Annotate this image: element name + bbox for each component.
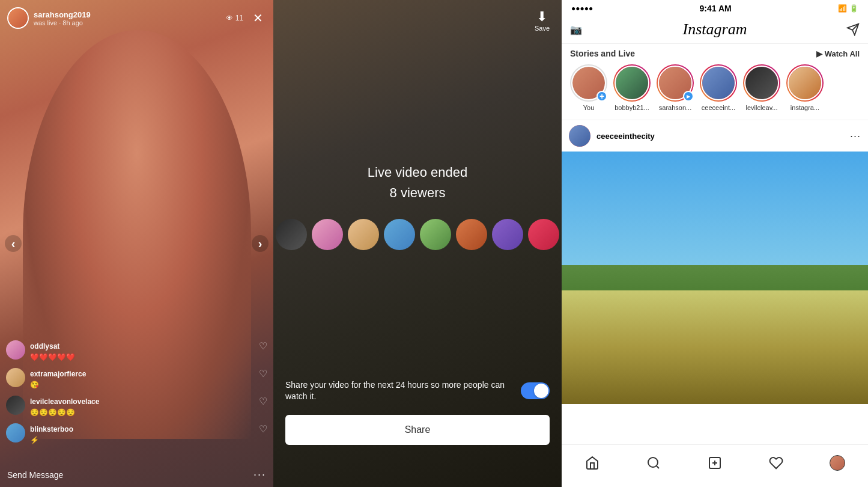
stories-header: Stories and Live ▶ Watch All [562,44,868,62]
story-ring [613,64,651,102]
viewer-avatar [384,219,415,250]
story-ring [786,64,824,102]
share-toggle-row: Share your video for the next 24 hours s… [285,379,550,403]
stories-section: Stories and Live ▶ Watch All + You [562,44,868,120]
stories-scroll: + You bobbyb21... [562,62,868,116]
story-avatar-inner [744,66,779,100]
search-nav-button[interactable] [642,451,666,475]
more-options-button[interactable]: ··· [253,468,266,481]
viewers-count: 👁 11 [226,14,243,22]
svg-line-2 [657,466,659,468]
app-header: 📷 Instagram [562,16,868,44]
post-header: ceeceeinthecity ··· [562,120,868,152]
share-button[interactable]: Share [285,415,550,445]
story-item[interactable]: levilcleav... [743,64,780,111]
comment-username: extramajorfierce [30,370,86,378]
story-avatar-inner [788,66,822,100]
save-label: Save [535,25,550,32]
download-icon: ⬇ [535,9,550,25]
toggle-knob [534,384,548,398]
story-avatar-inner [701,66,736,100]
watch-all-button[interactable]: ▶ Watch All [816,49,860,58]
comment-body: oddlysat ❤️❤️❤️❤️❤️ [30,340,259,362]
comment-body: extramajorfierce 😘 [30,368,259,390]
story-item[interactable]: instagra... [786,64,824,111]
viewer-avatar [276,219,307,250]
status-bar: ●●●●● 9:41 AM 📶 🔋 [562,0,868,16]
camera-icon[interactable]: 📷 [570,24,592,35]
wifi-icon: 📶 [838,4,847,13]
story-name: ceeceeint... [702,104,735,111]
beach-sand [562,290,868,404]
live-footer: Send Message ··· [0,462,273,487]
comment-avatar [6,340,25,360]
battery-icon: 🔋 [849,4,858,13]
story-item[interactable]: ceeceeint... [700,64,737,111]
comment-text: 😌😌😌😌😌 [30,408,75,417]
heart-button[interactable]: ♡ [259,396,267,407]
story-name: levilcleav... [746,104,778,111]
eye-icon: 👁 [226,14,233,22]
next-arrow[interactable]: › [252,235,269,252]
likes-nav-button[interactable] [764,451,788,475]
story-avatar-wrap: ▶ [657,64,694,102]
comment-text: ❤️❤️❤️❤️❤️ [30,353,75,361]
profile-nav-button[interactable] [825,451,849,475]
streamer-username: sarahsong2019 [34,10,226,19]
comments-area: oddlysat ❤️❤️❤️❤️❤️ ♡ extramajorfierce 😘… [0,340,273,451]
comment-body: blinksterboo ⚡ [30,423,259,445]
instagram-feed-panel: ●●●●● 9:41 AM 📶 🔋 📷 Instagram Stories an… [562,0,868,487]
story-item[interactable]: bobbyb21... [613,64,651,111]
story-ring [743,64,780,102]
save-button[interactable]: ⬇ Save [535,9,550,32]
direct-message-icon[interactable] [838,23,860,36]
heart-button[interactable]: ♡ [259,423,267,435]
comment-item: oddlysat ❤️❤️❤️❤️❤️ ♡ [6,340,267,362]
heart-button[interactable]: ♡ [259,340,267,352]
comment-body: levilcleavonlovelace 😌😌😌😌😌 [30,396,259,417]
story-avatar-wrap [786,64,824,102]
viewer-avatar [492,219,523,250]
ended-viewers-count: 8 viewers [390,185,446,201]
viewer-avatar [456,219,487,250]
story-avatar-wrap: + [570,64,607,102]
ended-title: Live video ended [368,165,467,180]
comment-avatar [6,396,25,415]
story-item[interactable]: ▶ sarahson... [657,64,694,111]
viewer-avatar [348,219,379,250]
svg-point-1 [648,458,658,467]
streamer-info: sarahsong2019 was live · 8h ago [34,10,226,26]
add-post-button[interactable] [703,451,727,475]
add-story-badge: + [596,91,607,102]
post-more-button[interactable]: ··· [850,130,861,142]
viewer-avatar [312,219,343,250]
streamer-avatar [7,7,29,29]
comment-avatar [6,368,25,387]
story-name: instagra... [791,104,819,111]
close-button[interactable]: ✕ [249,10,266,26]
comment-item: levilcleavonlovelace 😌😌😌😌😌 ♡ [6,396,267,417]
status-right-icons: 📶 🔋 [838,4,858,13]
viewer-avatar [420,219,451,250]
current-time: 9:41 AM [700,4,732,13]
send-message-button[interactable]: Send Message [7,470,253,480]
heart-button[interactable]: ♡ [259,368,267,379]
story-name: bobbyb21... [615,104,649,111]
comment-item: blinksterboo ⚡ ♡ [6,423,267,445]
live-play-badge: ▶ [683,91,694,102]
post-username: ceeceeinthecity [596,132,850,141]
story-name: You [583,104,595,111]
comment-avatar [6,423,25,443]
story-avatar-wrap [700,64,737,102]
live-status: was live · 8h ago [34,19,226,26]
post-image [562,152,868,404]
instagram-logo: Instagram [592,20,838,38]
story-item-you[interactable]: + You [570,64,607,111]
comment-text: 😘 [30,381,39,389]
comment-text: ⚡ [30,436,39,444]
comment-username: oddlysat [30,342,59,351]
home-nav-button[interactable] [580,451,604,475]
live-stream-panel: sarahsong2019 was live · 8h ago 👁 11 ✕ ‹… [0,0,273,487]
prev-arrow[interactable]: ‹ [5,235,22,252]
share-toggle-switch[interactable] [521,382,550,399]
